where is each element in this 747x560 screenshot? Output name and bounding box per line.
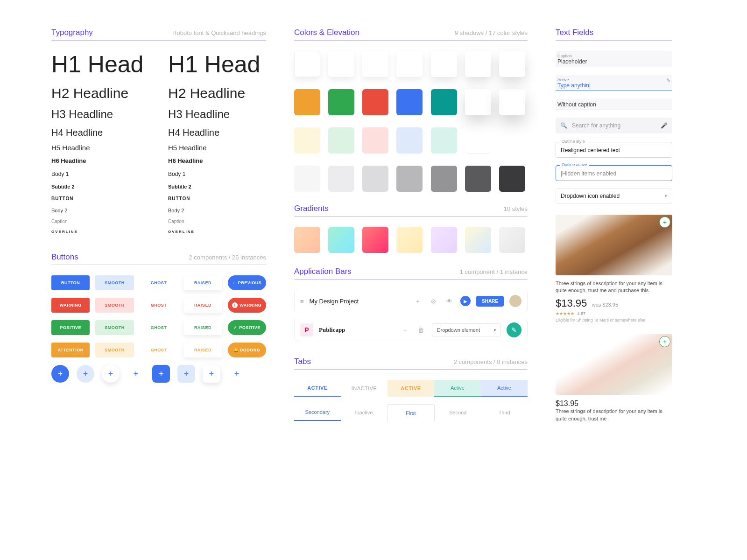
textfield-caption[interactable]: Caption Placeholder	[556, 51, 672, 67]
add-icon[interactable]: +	[413, 296, 423, 306]
button-smooth[interactable]: SMOOTH	[95, 343, 134, 357]
h6-sample: H6 Headline	[51, 157, 149, 164]
body1-sample: Body 1	[168, 171, 266, 177]
button-attention[interactable]: ATTENTION	[51, 343, 90, 357]
tab-first[interactable]: First	[387, 404, 435, 421]
section-subtitle: Roboto font & Quicksand headings	[172, 29, 266, 36]
tab-active-teal[interactable]: Active	[434, 380, 481, 397]
overline-sample: OVERLINE	[51, 230, 149, 234]
gradient-swatch	[465, 227, 491, 253]
tab-secondary[interactable]: Secondary	[294, 404, 341, 421]
button-warning-pill[interactable]: ! WARNING	[228, 298, 266, 313]
icon-button-add-soft[interactable]: +	[77, 365, 94, 383]
label: POSITIVE	[239, 325, 261, 330]
overline-sample: OVERLINE	[168, 230, 266, 234]
dropdown-value: Dropdown icon enabled	[561, 193, 620, 199]
product-was-price: was $23.95	[592, 302, 618, 308]
button-raised[interactable]: RAISED	[183, 298, 222, 313]
section-subtitle: 10 styles	[504, 205, 528, 212]
section-subtitle: 1 component / 1 instance	[460, 268, 528, 275]
textfield-outline-active[interactable]: Outline active |Hidden items enabled	[556, 165, 672, 181]
play-icon[interactable]: ▶	[460, 296, 471, 306]
check-icon: ✓	[233, 325, 238, 330]
tab-second[interactable]: Second	[435, 404, 481, 421]
elevation-swatch	[328, 51, 354, 77]
tab-third[interactable]: Third	[481, 404, 528, 421]
product-description: Three strings of description for your an…	[556, 280, 672, 294]
button-positive-pill[interactable]: ✓ POSITIVE	[228, 320, 266, 335]
textfield-active[interactable]: ✎ Active Type anythin|	[556, 75, 672, 91]
button-smooth[interactable]: SMOOTH	[95, 275, 134, 290]
tab-inactive[interactable]: Inactive	[341, 404, 388, 421]
product-image	[556, 215, 672, 275]
h5-sample: H5 Headline	[51, 144, 149, 152]
button-warning[interactable]: WARNING	[51, 298, 90, 313]
tab-active-blue[interactable]: Active	[481, 380, 528, 397]
h2-sample: H2 Headline	[51, 85, 149, 101]
tab-active[interactable]: ACTIVE	[294, 380, 341, 397]
appbars-header: Application Bars 1 component / 1 instanc…	[294, 267, 528, 280]
plus-icon: +	[184, 369, 189, 379]
h4-sample: H4 Headline	[168, 127, 266, 138]
share-button[interactable]: SHARE	[476, 296, 504, 307]
product-price: $13.95	[556, 399, 578, 407]
explore-icon[interactable]: ⊘	[429, 296, 439, 306]
buttons-header: Buttons 2 components / 26 instances	[51, 252, 266, 265]
color-swatch	[499, 166, 525, 192]
colors-header: Colors & Elevation 9 shadows / 17 color …	[294, 28, 528, 41]
button-ghost[interactable]: GHOST	[140, 320, 178, 335]
icon-button-add-ghost[interactable]: +	[127, 365, 145, 383]
add-icon[interactable]: +	[400, 325, 410, 335]
button-solid[interactable]: BUTTON	[51, 275, 90, 290]
color-swatch	[396, 127, 423, 154]
plus-icon: +	[663, 218, 667, 226]
button-smooth[interactable]: SMOOTH	[95, 298, 134, 313]
button-ghost[interactable]: GHOST	[140, 298, 178, 313]
body1-sample: Body 1	[51, 171, 149, 177]
icon-button-add-solid[interactable]: +	[51, 365, 69, 383]
icon-button-add-sq-ghost[interactable]: +	[228, 365, 246, 383]
section-subtitle: 9 shadows / 17 color styles	[455, 29, 528, 36]
product-card-boots: + Three strings of description for your …	[556, 215, 672, 323]
textfield-no-caption[interactable]: Without caption	[556, 98, 672, 110]
mic-icon[interactable]: 🎤	[661, 122, 668, 129]
section-title: Colors & Elevation	[294, 28, 359, 37]
color-swatch	[362, 166, 388, 192]
textfield-outline[interactable]: Outline style Realigned centered text	[556, 142, 672, 158]
icon-button-add-sq-solid[interactable]: +	[152, 365, 170, 383]
pencil-icon[interactable]: ✎	[666, 77, 670, 84]
trash-icon[interactable]: 🗑	[416, 325, 426, 335]
button-raised[interactable]: RAISED	[183, 320, 222, 335]
color-swatch	[431, 89, 457, 115]
color-swatch	[465, 89, 491, 115]
search-field[interactable]: 🔍 Search for anything 🎤	[556, 118, 672, 133]
dropdown-field[interactable]: Dropdown icon enabled ▾	[556, 189, 672, 203]
color-swatch	[396, 166, 423, 192]
tab-inactive[interactable]: INACTIVE	[341, 380, 388, 397]
product-rating: ★★★★★ 4.87	[556, 311, 672, 316]
button-previous[interactable]: ← PREVIOUS	[228, 275, 266, 290]
button-ghost[interactable]: GHOST	[140, 275, 178, 290]
icon-button-add-sq-soft[interactable]: +	[177, 365, 195, 383]
eye-icon[interactable]: 👁	[444, 296, 455, 306]
dropdown-element[interactable]: Dropdown element▾	[432, 323, 501, 336]
h3-sample: H3 Headline	[51, 108, 149, 121]
button-dodong-pill[interactable]: 🔔 DODONG	[228, 343, 266, 357]
button-raised[interactable]: RAISED	[183, 343, 222, 357]
tab-active-amber[interactable]: ACTIVE	[388, 380, 434, 397]
color-swatch	[328, 127, 354, 154]
gradient-swatch	[294, 227, 320, 253]
avatar[interactable]	[509, 295, 521, 307]
gradient-swatch	[362, 227, 388, 253]
add-to-cart-button[interactable]: +	[659, 217, 670, 228]
button-raised[interactable]: RAISED	[183, 275, 222, 290]
textfield-value: Type anythin|	[557, 82, 670, 89]
icon-button-add-sq-raised[interactable]: +	[203, 365, 220, 383]
icon-button-add-raised[interactable]: +	[102, 365, 120, 383]
stars-icon: ★★★★★	[556, 311, 574, 316]
edit-fab[interactable]: ✎	[507, 322, 521, 337]
button-ghost[interactable]: GHOST	[140, 343, 178, 357]
button-smooth[interactable]: SMOOTH	[95, 320, 134, 335]
button-positive[interactable]: POSITIVE	[51, 320, 90, 335]
menu-icon[interactable]: ≡	[300, 298, 304, 305]
